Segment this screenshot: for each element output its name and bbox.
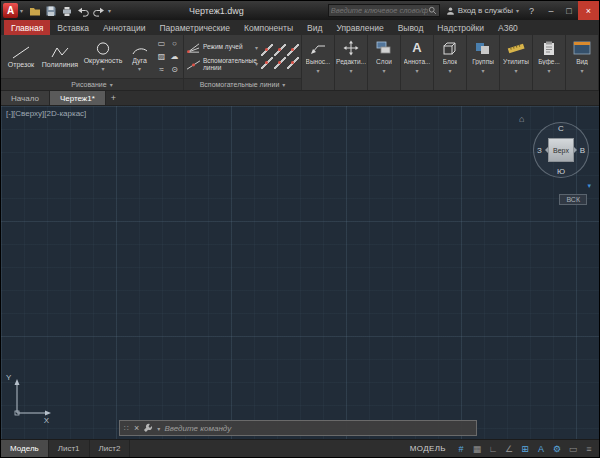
command-input[interactable]: Введите команду: [164, 424, 231, 433]
xline-variant-icon[interactable]: [287, 57, 299, 69]
command-customize-button[interactable]: [143, 419, 153, 437]
point-icon[interactable]: ⊙: [168, 63, 181, 76]
viewport-controls[interactable]: [-][Сверху][2D-каркас]: [6, 109, 86, 118]
ray-mode-caret-icon: ▾: [255, 45, 258, 51]
construction-panel-caret-icon: ▾: [282, 81, 285, 88]
clipboard-panel[interactable]: Буфе... ▾: [533, 35, 566, 90]
command-grip-icon[interactable]: ∷: [124, 424, 130, 433]
view-panel-caret-icon: ▾: [581, 67, 584, 74]
xline-variant-icon[interactable]: [261, 57, 273, 69]
hatch-icon[interactable]: ▨: [155, 50, 168, 63]
annotation-panel[interactable]: A Аннота... ▾: [401, 35, 434, 90]
home-icon[interactable]: ⌂: [519, 114, 524, 124]
app-menu-button[interactable]: A: [3, 3, 18, 18]
command-recent-caret-icon[interactable]: ▾: [157, 425, 160, 432]
ucs-selector[interactable]: ВСК: [559, 194, 587, 205]
customize-icon[interactable]: ≡: [582, 444, 596, 454]
command-line[interactable]: ∷ × ▾ Введите команду: [119, 420, 477, 436]
print-button[interactable]: [60, 4, 73, 17]
block-panel[interactable]: Блок ▾: [434, 35, 467, 90]
ribbon-tab-parametric[interactable]: Параметрические: [152, 20, 237, 35]
circle-button[interactable]: Окружность ▾: [81, 41, 125, 72]
clean-screen-icon[interactable]: ▭: [566, 444, 580, 454]
annotation-panel-label: Аннота...: [404, 58, 431, 65]
viewcube-top-face[interactable]: Верх: [548, 138, 574, 162]
command-close-icon[interactable]: ×: [134, 423, 139, 433]
ray-mode-button[interactable]: Режим лучей ▾: [186, 42, 258, 54]
layout-tab-model[interactable]: Модель: [1, 440, 49, 457]
layout-tab-layout1[interactable]: Лист1: [49, 440, 90, 457]
ellipse-icon[interactable]: ○: [168, 37, 181, 50]
view-panel[interactable]: Вид ▾: [566, 35, 599, 90]
viewcube[interactable]: ⌂ С Ю З В Верх ▾: [519, 112, 591, 190]
groups-panel-label: Группы: [472, 58, 494, 65]
signin-button[interactable]: Вход в службы ▾: [446, 6, 519, 16]
open-button[interactable]: [28, 4, 41, 17]
construction-panel-title-label: Вспомогательные линии: [200, 81, 280, 88]
compass-north-label[interactable]: С: [558, 124, 564, 133]
xline-variant-icon[interactable]: [287, 44, 299, 56]
annotation-icon[interactable]: A: [534, 444, 548, 454]
ribbon-tab-components[interactable]: Компоненты: [237, 20, 300, 35]
compass-east-label[interactable]: В: [580, 146, 585, 155]
viewcube-menu-caret-icon[interactable]: ▾: [587, 182, 591, 190]
search-input[interactable]: [331, 6, 428, 15]
spline-icon[interactable]: ≈: [155, 63, 168, 76]
model-space-toggle[interactable]: МОДЕЛЬ: [402, 440, 454, 457]
save-button[interactable]: [44, 4, 57, 17]
maximize-button[interactable]: □: [560, 1, 578, 20]
minimize-button[interactable]: –: [542, 1, 560, 20]
snap-icon[interactable]: ▦: [470, 444, 484, 454]
ribbon-tab-output[interactable]: Вывод: [391, 20, 431, 35]
grid-icon[interactable]: #: [454, 444, 468, 454]
viewcube-compass[interactable]: С Ю З В Верх: [533, 122, 589, 178]
ribbon-tab-home[interactable]: Главная: [4, 20, 50, 35]
xline-variant-icon[interactable]: [261, 44, 273, 56]
construction-panel-title[interactable]: Вспомогательные линии ▾: [184, 78, 301, 90]
groups-panel[interactable]: Группы ▾: [467, 35, 500, 90]
circle-flyout-caret-icon: ▾: [101, 65, 104, 72]
redo-button[interactable]: [92, 4, 105, 17]
rectangle-icon[interactable]: ▭: [155, 37, 168, 50]
draw-panel-title[interactable]: Рисование ▾: [1, 78, 183, 90]
ribbon-tab-a360[interactable]: A360: [491, 20, 525, 35]
qat-dropdown-caret-icon[interactable]: ▾: [108, 7, 111, 14]
app-menu-caret-icon[interactable]: ▾: [20, 7, 23, 14]
close-button[interactable]: ×: [578, 1, 599, 20]
polyline-button[interactable]: Полилиния: [40, 45, 80, 68]
layout-tab-layout2[interactable]: Лист2: [90, 440, 131, 457]
block-cube-icon: [441, 40, 459, 56]
file-tab-start[interactable]: Начало: [1, 91, 50, 105]
polar-icon[interactable]: ∠: [502, 444, 516, 454]
compass-south-label[interactable]: Ю: [557, 167, 565, 176]
ribbon-tab-annotate[interactable]: Аннотации: [96, 20, 153, 35]
rotate-right-arrow-icon[interactable]: [574, 147, 580, 153]
modify-panel[interactable]: Редакти... ▾: [335, 35, 368, 90]
xline-variant-icon[interactable]: [274, 57, 286, 69]
line-button[interactable]: Отрезок: [3, 45, 39, 68]
ribbon-tab-insert[interactable]: Вставка: [50, 20, 96, 35]
xline-variant-icon[interactable]: [274, 44, 286, 56]
ribbon-tab-manage[interactable]: Управление: [329, 20, 390, 35]
revision-cloud-icon[interactable]: ☁: [168, 50, 181, 63]
leader-panel[interactable]: Вынос... ▾: [302, 35, 335, 90]
workspace-gear-icon[interactable]: ⚙: [550, 444, 564, 454]
layers-panel-label: Слои: [376, 58, 392, 65]
layers-panel[interactable]: Слои ▾: [368, 35, 401, 90]
help-button[interactable]: ?: [525, 6, 538, 16]
construction-lines-panel: Режим лучей ▾ Вспомогательные линии ▾: [184, 35, 302, 90]
drawing-area[interactable]: [-][Сверху][2D-каркас] ⌂ С Ю З В Верх ▾ …: [1, 106, 599, 439]
utilities-panel[interactable]: Утилиты ▾: [500, 35, 533, 90]
undo-button[interactable]: [76, 4, 89, 17]
ortho-icon[interactable]: ∟: [486, 444, 500, 454]
arc-button[interactable]: Дуга ▾: [126, 41, 153, 72]
search-icon[interactable]: [428, 6, 437, 15]
status-bar: Модель Лист1 Лист2 МОДЕЛЬ # ▦ ∟ ∠ ⊞ A ⚙ …: [1, 439, 599, 457]
file-tab-drawing1[interactable]: Чертеж1*: [50, 91, 106, 105]
new-drawing-tab-button[interactable]: +: [106, 91, 121, 105]
construction-line-button[interactable]: Вспомогательные линии ▾: [186, 58, 258, 72]
ribbon-tab-view[interactable]: Вид: [300, 20, 329, 35]
osnap-icon[interactable]: ⊞: [518, 444, 532, 454]
ribbon-tab-addins[interactable]: Надстройки: [430, 20, 491, 35]
modify-panel-label: Редакти...: [336, 58, 366, 65]
